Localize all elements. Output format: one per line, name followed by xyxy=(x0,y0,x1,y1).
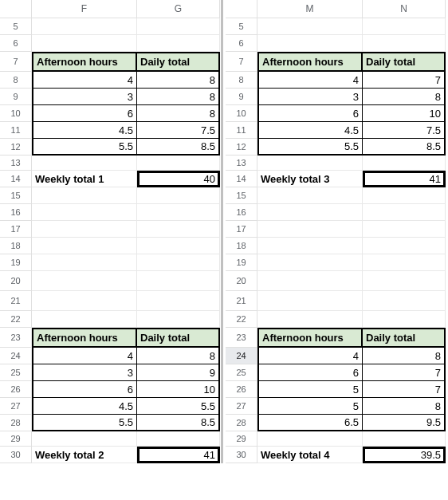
cell[interactable] xyxy=(363,156,446,171)
cell[interactable] xyxy=(257,35,363,52)
weekly-total-label[interactable]: Weekly total 2 xyxy=(32,447,137,463)
cell-afternoon[interactable]: 4 xyxy=(32,72,137,89)
cell-daily[interactable]: 10 xyxy=(137,381,220,398)
row-header[interactable]: 5 xyxy=(0,18,32,35)
row-header[interactable]: 29 xyxy=(0,431,32,447)
table-header-daily[interactable]: Daily total xyxy=(137,328,220,348)
cell-daily[interactable]: 8 xyxy=(363,348,446,364)
col-header[interactable]: M xyxy=(257,0,363,18)
cell[interactable] xyxy=(137,271,220,291)
cell-daily[interactable]: 9.5 xyxy=(363,415,446,431)
cell[interactable] xyxy=(137,221,220,238)
cell[interactable] xyxy=(363,204,446,221)
cell[interactable] xyxy=(32,187,137,204)
cell-afternoon[interactable]: 3 xyxy=(32,364,137,381)
cell-afternoon[interactable]: 6 xyxy=(257,364,363,381)
cell[interactable] xyxy=(32,156,137,171)
cell[interactable] xyxy=(32,221,137,238)
row-header[interactable]: 29 xyxy=(226,431,257,447)
cell[interactable] xyxy=(137,238,220,254)
cell[interactable] xyxy=(257,311,363,328)
cell-daily[interactable]: 10 xyxy=(363,105,446,122)
row-header[interactable]: 15 xyxy=(0,187,32,204)
weekly-total-label[interactable]: Weekly total 3 xyxy=(257,171,363,187)
cell-daily[interactable]: 8.5 xyxy=(363,139,446,156)
row-header[interactable]: 28 xyxy=(0,415,32,431)
cell[interactable] xyxy=(32,18,137,35)
cell[interactable] xyxy=(257,204,363,221)
row-header[interactable]: 14 xyxy=(226,171,257,187)
table-header-daily[interactable]: Daily total xyxy=(363,328,446,348)
cell-daily[interactable]: 8 xyxy=(137,105,220,122)
row-header[interactable]: 5 xyxy=(226,18,257,35)
weekly-total-label[interactable]: Weekly total 4 xyxy=(257,447,363,463)
row-header[interactable]: 17 xyxy=(226,221,257,238)
cell[interactable] xyxy=(32,35,137,52)
weekly-total-value[interactable]: 39.5 xyxy=(363,447,446,463)
row-header[interactable]: 16 xyxy=(0,204,32,221)
cell[interactable] xyxy=(363,271,446,291)
row-header[interactable]: 9 xyxy=(0,89,32,105)
cell-afternoon[interactable]: 6 xyxy=(32,105,137,122)
cell-afternoon[interactable]: 3 xyxy=(32,89,137,105)
table-header-afternoon[interactable]: Afternoon hours xyxy=(257,328,363,348)
row-header[interactable]: 13 xyxy=(226,156,257,171)
cell[interactable] xyxy=(137,35,220,52)
cell[interactable] xyxy=(32,311,137,328)
cell-afternoon[interactable]: 4.5 xyxy=(32,122,137,139)
row-header[interactable]: 22 xyxy=(226,311,257,328)
row-header[interactable]: 25 xyxy=(0,364,32,381)
row-header[interactable]: 11 xyxy=(0,122,32,139)
cell-afternoon[interactable]: 5 xyxy=(257,398,363,415)
cell[interactable] xyxy=(32,238,137,254)
row-header[interactable]: 6 xyxy=(0,35,32,52)
cell-daily[interactable]: 7 xyxy=(363,381,446,398)
row-header[interactable]: 16 xyxy=(226,204,257,221)
cell-daily[interactable]: 7.5 xyxy=(363,122,446,139)
cell-afternoon[interactable]: 6.5 xyxy=(257,415,363,431)
cell[interactable] xyxy=(137,187,220,204)
cell[interactable] xyxy=(363,254,446,271)
row-header[interactable]: 21 xyxy=(0,291,32,311)
cell[interactable] xyxy=(137,291,220,311)
cell-afternoon[interactable]: 5 xyxy=(257,381,363,398)
cell[interactable] xyxy=(32,204,137,221)
row-header[interactable]: 19 xyxy=(226,254,257,271)
cell[interactable] xyxy=(363,221,446,238)
row-header[interactable]: 19 xyxy=(0,254,32,271)
cell[interactable] xyxy=(137,204,220,221)
row-header[interactable]: 8 xyxy=(226,72,257,89)
cell[interactable] xyxy=(257,238,363,254)
cell[interactable] xyxy=(363,187,446,204)
cell-afternoon[interactable]: 4 xyxy=(257,348,363,364)
row-header[interactable]: 11 xyxy=(226,122,257,139)
cell[interactable] xyxy=(363,291,446,311)
cell[interactable] xyxy=(32,431,137,447)
cell[interactable] xyxy=(257,291,363,311)
table-header-afternoon[interactable]: Afternoon hours xyxy=(32,52,137,72)
row-header[interactable]: 21 xyxy=(226,291,257,311)
table-header-afternoon[interactable]: Afternoon hours xyxy=(257,52,363,72)
row-header[interactable]: 24 xyxy=(226,348,257,364)
cell[interactable] xyxy=(137,18,220,35)
cell-afternoon[interactable]: 6 xyxy=(257,105,363,122)
cell-daily[interactable]: 8 xyxy=(363,89,446,105)
weekly-total-value[interactable]: 41 xyxy=(137,447,220,463)
cell-daily[interactable]: 7.5 xyxy=(137,122,220,139)
weekly-total-value[interactable]: 40 xyxy=(137,171,220,187)
row-header[interactable]: 30 xyxy=(226,447,257,463)
row-header[interactable]: 20 xyxy=(226,271,257,291)
cell-daily[interactable]: 8.5 xyxy=(137,415,220,431)
row-header[interactable]: 9 xyxy=(226,89,257,105)
cell-daily[interactable]: 8 xyxy=(137,72,220,89)
cell-daily[interactable]: 8 xyxy=(137,89,220,105)
cell[interactable] xyxy=(137,431,220,447)
table-header-daily[interactable]: Daily total xyxy=(137,52,220,72)
cell-daily[interactable]: 8.5 xyxy=(137,139,220,156)
weekly-total-label[interactable]: Weekly total 1 xyxy=(32,171,137,187)
row-header[interactable]: 18 xyxy=(226,238,257,254)
row-header[interactable]: 7 xyxy=(226,52,257,72)
cell-daily[interactable]: 9 xyxy=(137,364,220,381)
row-header[interactable]: 7 xyxy=(0,52,32,72)
row-header[interactable]: 24 xyxy=(0,348,32,364)
